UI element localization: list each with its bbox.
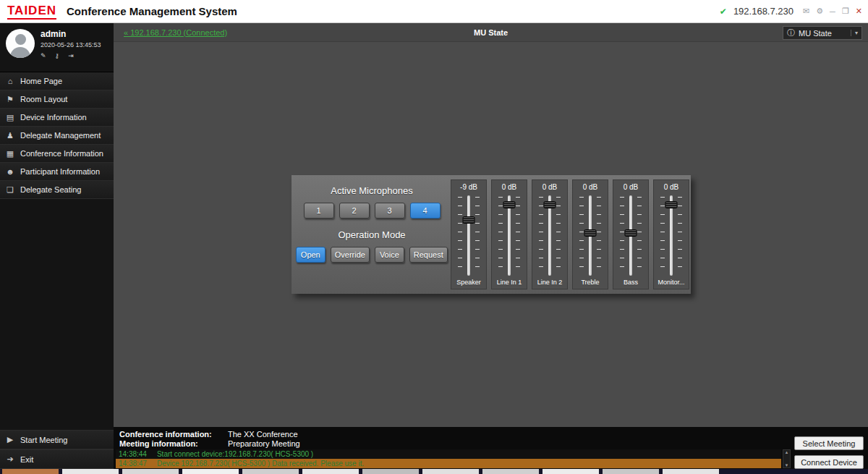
tick-marks xyxy=(516,197,520,274)
mic-button-2[interactable]: 2 xyxy=(339,203,370,219)
slider-track-area[interactable] xyxy=(539,194,561,277)
taskbar-item[interactable] xyxy=(603,469,659,474)
tick-marks xyxy=(475,197,480,274)
log-time: 14:38:47 xyxy=(119,460,147,467)
mode-button-voice[interactable]: Voice xyxy=(375,247,404,263)
slider-monitor: 0 dB Monitor... xyxy=(653,179,689,289)
slider-line-in-2: 0 dB Line In 2 xyxy=(532,179,568,289)
start-meeting-label: Start Meeting xyxy=(20,436,67,444)
slider-track-area[interactable] xyxy=(458,194,480,277)
slider-track-area[interactable] xyxy=(620,194,642,277)
mic-button-1[interactable]: 1 xyxy=(304,203,334,219)
sidebar-item-room-layout[interactable]: ⚑ Room Layout xyxy=(0,90,114,109)
sidebar-item-device-information[interactable]: ▤ Device Information xyxy=(0,109,114,127)
connection-status-link[interactable]: « 192.168.7.230 (Connected) xyxy=(124,28,227,37)
device-icon: ▤ xyxy=(0,113,20,122)
microphone-buttons: 1 2 3 4 xyxy=(296,203,448,219)
taskbar-item[interactable] xyxy=(122,469,179,474)
profile-info: admin 2020-05-26 13:45:53 ✎ ⚷ ⇥ xyxy=(41,29,101,69)
avatar xyxy=(6,29,35,58)
slider-handle[interactable] xyxy=(625,229,637,237)
slider-track-area[interactable] xyxy=(579,194,601,277)
slider-track[interactable] xyxy=(467,195,470,276)
log-line-highlighted: 14:38:47 Device 192.168.7.230( HCS-5300 … xyxy=(116,459,781,468)
restore-icon[interactable]: ❐ xyxy=(842,7,849,16)
mic-button-4[interactable]: 4 xyxy=(410,203,441,219)
audio-sliders: -9 dB Speaker 0 dB xyxy=(451,179,689,289)
slider-handle[interactable] xyxy=(544,201,556,208)
slider-treble: 0 dB Treble xyxy=(572,179,608,289)
taskbar-item[interactable] xyxy=(542,469,599,474)
tick-marks xyxy=(637,197,642,274)
select-meeting-button[interactable]: Select Meeting xyxy=(794,436,864,450)
tick-marks xyxy=(539,197,543,274)
mode-button-open[interactable]: Open xyxy=(296,247,326,263)
slider-value: 0 dB xyxy=(502,183,517,191)
taskbar-item[interactable] xyxy=(62,469,119,474)
sidebar-item-label: Conference Information xyxy=(20,149,103,158)
meeting-info-label: Meeting information: xyxy=(119,439,228,449)
sidebar-item-delegate-management[interactable]: ♟ Delegate Management xyxy=(0,127,114,145)
sidebar-item-participant-information[interactable]: ☻ Participant Information xyxy=(0,163,114,181)
chevron-down-icon: ▾ xyxy=(851,30,861,36)
close-icon[interactable]: ✕ xyxy=(856,7,862,16)
slider-bass: 0 dB Bass xyxy=(613,179,649,289)
sidebar-item-label: Home Page xyxy=(20,77,62,85)
slider-handle[interactable] xyxy=(665,201,678,208)
taskbar-item[interactable] xyxy=(302,469,359,474)
operation-mode-buttons: Open Override Voice Request xyxy=(296,247,448,263)
tick-marks xyxy=(597,197,601,274)
slider-handle[interactable] xyxy=(584,229,597,237)
sidebar-item-delegate-seating[interactable]: ❏ Delegate Seating xyxy=(0,181,114,199)
sidebar-item-home-page[interactable]: ⌂ Home Page xyxy=(0,72,114,90)
profile-actions: ✎ ⚷ ⇥ xyxy=(41,52,101,59)
sidebar-item-conference-information[interactable]: ▦ Conference Information xyxy=(0,145,114,163)
log-scrollbar[interactable]: ▲ ▼ xyxy=(783,449,791,468)
slider-line-in-1: 0 dB Line In 1 xyxy=(491,179,527,289)
minimize-icon[interactable]: ─ xyxy=(830,7,835,16)
meeting-info: Conference information: The XX Conferenc… xyxy=(119,430,300,449)
operation-mode-title: Operation Mode xyxy=(296,229,448,240)
mode-button-request[interactable]: Request xyxy=(409,247,448,263)
taskbar-item[interactable] xyxy=(362,469,419,474)
taskbar-item[interactable] xyxy=(242,469,299,474)
controls-section: Active Microphones 1 2 3 4 Operation Mod… xyxy=(296,185,448,274)
edit-profile-icon[interactable]: ✎ xyxy=(41,52,46,59)
mode-button-override[interactable]: Override xyxy=(331,247,370,263)
connect-device-button[interactable]: Connect Device xyxy=(794,455,864,469)
scroll-up-icon[interactable]: ▲ xyxy=(785,450,789,454)
log-time: 14:38:44 xyxy=(119,450,147,458)
mu-state-dropdown[interactable]: ⓘ MU State ▾ xyxy=(783,26,862,40)
info-icon: ⓘ xyxy=(787,27,795,38)
tick-marks xyxy=(498,197,503,274)
event-log: 14:38:44 Start connect device:192.168.7.… xyxy=(116,449,781,468)
slider-label: Speaker xyxy=(456,279,481,286)
exit-button[interactable]: ➔ Exit xyxy=(0,449,114,469)
taskbar-item[interactable] xyxy=(182,469,239,474)
slider-track-area[interactable] xyxy=(498,194,520,277)
exit-icon: ➔ xyxy=(0,454,20,464)
avatar-torso-shape xyxy=(10,47,30,58)
taiden-logo: TAIDEN xyxy=(7,4,56,20)
slider-track-area[interactable] xyxy=(660,194,682,277)
mail-icon[interactable]: ✉ xyxy=(803,7,809,16)
slider-handle[interactable] xyxy=(463,216,475,224)
play-icon: ▶ xyxy=(0,435,20,444)
logout-icon[interactable]: ⇥ xyxy=(68,52,74,59)
person-icon: ♟ xyxy=(0,131,20,140)
gear-icon[interactable]: ⚙ xyxy=(816,7,823,16)
taskbar-item[interactable] xyxy=(663,469,719,474)
slider-handle[interactable] xyxy=(503,201,516,208)
tick-marks xyxy=(579,197,584,274)
log-line: 14:38:44 Start connect device:192.168.7.… xyxy=(116,449,781,459)
mic-button-3[interactable]: 3 xyxy=(375,203,405,219)
taskbar-item[interactable] xyxy=(422,469,479,474)
taskbar-item[interactable] xyxy=(2,469,59,474)
lock-icon[interactable]: ⚷ xyxy=(55,52,60,59)
taskbar-item[interactable] xyxy=(482,469,539,474)
slider-label: Line In 2 xyxy=(537,279,563,286)
start-meeting-button[interactable]: ▶ Start Meeting xyxy=(0,430,114,449)
scroll-down-icon[interactable]: ▼ xyxy=(785,463,789,467)
flag-icon: ⚑ xyxy=(0,95,20,104)
main-content: « 192.168.7.230 (Connected) MU State ⓘ M… xyxy=(114,23,868,427)
